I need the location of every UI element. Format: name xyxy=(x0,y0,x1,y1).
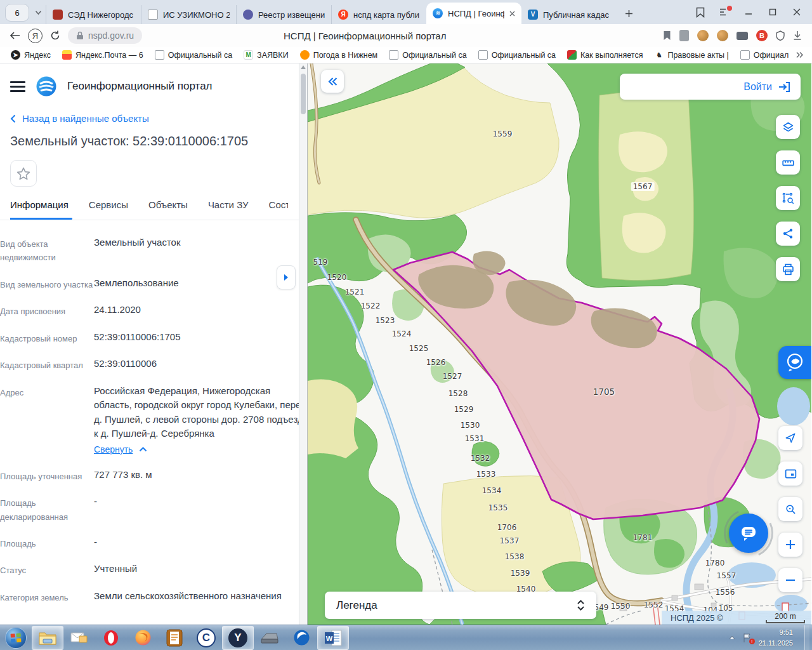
protect-shield-icon[interactable] xyxy=(776,30,785,41)
search-on-map-button[interactable] xyxy=(778,497,802,521)
photo-icon xyxy=(567,50,577,60)
legend-bar[interactable]: Легенда xyxy=(325,592,596,619)
bookmark-weather[interactable]: Погода в Нижнем xyxy=(294,50,384,60)
extension-avatar-icon[interactable] xyxy=(717,30,728,41)
layers-button[interactable] xyxy=(776,115,800,139)
tab-uzikmono[interactable]: ИС УЗИКМОНО 2 xyxy=(141,5,236,24)
url-field[interactable]: nspd.gov.ru xyxy=(68,27,142,44)
favorite-button[interactable] xyxy=(10,160,37,187)
tab-sed[interactable]: СЭД Нижегородс xyxy=(46,5,141,24)
field-row: Вид земельного участка Землепользование xyxy=(0,276,307,291)
back-to-results-link[interactable]: Назад в найденные объекты xyxy=(10,113,288,124)
taskbar-word[interactable]: W xyxy=(317,626,349,650)
show-desktop-button[interactable] xyxy=(804,625,809,650)
field-row: Площадь уточненная 727 773 кв. м xyxy=(0,468,307,483)
print-button[interactable] xyxy=(776,257,800,281)
yandex-home-button[interactable]: Я xyxy=(28,29,43,43)
bookmarks-overflow-button[interactable] xyxy=(796,51,803,58)
menu-button[interactable] xyxy=(10,81,25,92)
tab-parts[interactable]: Части ЗУ xyxy=(208,199,249,220)
minimize-window-button[interactable] xyxy=(741,4,756,20)
assistant-button[interactable] xyxy=(778,346,811,379)
taskbar-cryptopro[interactable]: C xyxy=(190,626,222,650)
action-center-flag-icon[interactable]: ! xyxy=(742,633,752,643)
close-tab-icon[interactable] xyxy=(509,11,515,17)
tab-yandex-search[interactable]: Я нспд карта публи xyxy=(331,5,426,24)
tab-information[interactable]: Информация xyxy=(10,199,69,220)
bitrix-extension-icon[interactable]: B xyxy=(756,30,768,41)
zoom-out-button[interactable] xyxy=(778,568,802,592)
tab-reestr[interactable]: Реестр извещени xyxy=(236,5,331,24)
map-area[interactable]: 1559156751915201521152215231524152515261… xyxy=(308,63,811,625)
taskbar-clock[interactable]: 9:51 21.11.2025 xyxy=(759,627,798,648)
bookmark-zayavki[interactable]: MЗАЯВКИ xyxy=(238,50,294,60)
printer-icon xyxy=(782,263,795,276)
tab-services[interactable]: Сервисы xyxy=(89,199,128,220)
collapse-address-link[interactable]: Свернуть xyxy=(94,443,133,456)
legend-expand-icon[interactable] xyxy=(577,600,585,611)
bookmarks-panel-icon[interactable] xyxy=(693,4,708,20)
bookmark-official-site[interactable]: Официальный са xyxy=(383,50,472,60)
bookmark-flag-icon[interactable] xyxy=(663,30,671,41)
knight-icon: ♞ xyxy=(654,50,664,60)
measure-button[interactable] xyxy=(776,150,800,175)
taskbar-explorer[interactable] xyxy=(32,626,63,650)
tab-composition[interactable]: Соста xyxy=(269,199,288,220)
page-icon xyxy=(478,50,488,60)
reload-button[interactable] xyxy=(46,27,64,44)
tab-nspd-active[interactable]: ≋ НСПД | Геоинф xyxy=(426,3,521,24)
taskbar-yandex-browser[interactable]: Y xyxy=(222,626,254,650)
share-button[interactable] xyxy=(776,222,800,246)
extension-icon[interactable] xyxy=(679,30,689,41)
bookmark-kak[interactable]: Как выполняется xyxy=(561,50,648,60)
bookmark-pravo[interactable]: ♞Правовые акты | xyxy=(648,50,734,60)
double-chevron-left-icon xyxy=(327,77,338,86)
taskbar-firefox[interactable] xyxy=(127,626,159,650)
close-window-button[interactable] xyxy=(789,4,804,20)
zoom-in-button[interactable] xyxy=(778,533,802,557)
bookmark-official-site[interactable]: Официальный са xyxy=(149,50,238,60)
bookmark-yandex[interactable]: ➤Яндекс xyxy=(5,50,56,60)
field-value: Учтенный xyxy=(94,562,307,577)
taskbar-document-app[interactable] xyxy=(159,626,190,650)
select-area-search-button[interactable] xyxy=(776,186,800,210)
new-tab-button[interactable] xyxy=(619,4,638,23)
notifications-panel-icon[interactable] xyxy=(717,4,732,20)
bookmarks-bar: ➤Яндекс Яндекс.Почта — 6 Официальный са … xyxy=(0,47,812,63)
back-button[interactable] xyxy=(6,27,24,44)
extension-card-icon[interactable] xyxy=(737,32,748,40)
taskbar-opera[interactable] xyxy=(95,626,127,650)
tab-counter-button[interactable]: 6 xyxy=(5,4,29,22)
extension-avatar-icon[interactable] xyxy=(697,30,709,41)
taskbar-blue-app[interactable] xyxy=(285,626,317,650)
scrollbar-thumb[interactable] xyxy=(301,74,306,114)
plus-icon xyxy=(625,10,633,18)
panel-scrollbar[interactable] xyxy=(299,63,307,625)
bookmark-mail[interactable]: Яндекс.Почта — 6 xyxy=(56,50,149,60)
scale-control: 200 m xyxy=(766,613,805,623)
zayavki-icon: M xyxy=(244,50,253,60)
notification-badge xyxy=(727,6,732,11)
tab-objects[interactable]: Объекты xyxy=(148,199,188,220)
locate-me-button[interactable] xyxy=(778,426,802,450)
scroll-up-arrow-icon[interactable] xyxy=(301,65,306,69)
chat-bubble-icon xyxy=(738,523,759,543)
taskbar-scanner[interactable] xyxy=(254,626,285,650)
tray-expand-icon[interactable] xyxy=(728,635,736,640)
collapse-panel-button[interactable] xyxy=(321,70,344,93)
login-button[interactable]: Войти xyxy=(620,74,801,100)
download-icon[interactable] xyxy=(793,30,802,41)
tab-pkk[interactable]: V Публичная кадас xyxy=(521,5,617,24)
maximize-window-button[interactable] xyxy=(765,4,780,20)
caret-up-icon[interactable] xyxy=(139,447,147,452)
tab-label: НСПД | Геоинф xyxy=(448,9,504,18)
chat-button[interactable] xyxy=(729,514,768,553)
start-button[interactable] xyxy=(0,626,32,650)
overview-map-button[interactable] xyxy=(778,461,802,486)
cryptopro-icon: C xyxy=(197,628,216,647)
taskbar-mail[interactable] xyxy=(63,626,95,650)
bookmark-official-site[interactable]: Официал xyxy=(735,50,794,60)
bookmark-official-site[interactable]: Официальный са xyxy=(473,50,561,60)
tab-list-dropdown-button[interactable] xyxy=(30,4,46,22)
tabs-scroll-right-button[interactable] xyxy=(277,265,296,289)
